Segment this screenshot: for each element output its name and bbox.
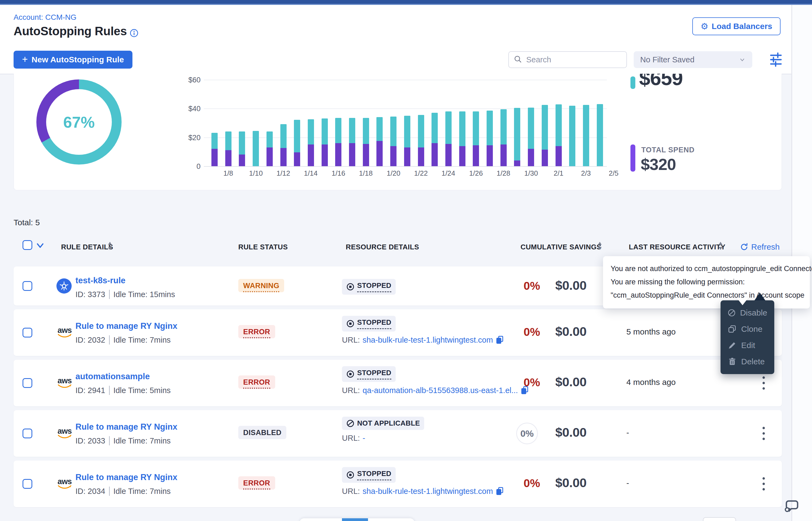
page-size-button[interactable]	[703, 517, 736, 521]
refresh-button[interactable]: Refresh	[740, 242, 780, 252]
load-balancers-button[interactable]: ⚙ Load Balancers	[692, 17, 781, 35]
resource-url-link[interactable]: qa-automation-alb-515563988.us-east-1.el…	[363, 386, 518, 395]
rule-name-link[interactable]: test-k8s-rule	[76, 276, 125, 286]
rule-meta: ID: 2032 Idle Time: 7mins	[76, 335, 171, 344]
pagination-active-page[interactable]	[342, 518, 368, 521]
bar-savings-segment	[431, 113, 438, 143]
bar-spend-segment	[556, 146, 562, 166]
savings-donut-chart: 67%	[36, 80, 122, 164]
bar-spend-segment	[487, 145, 493, 166]
kebab-menu-button[interactable]	[758, 475, 770, 493]
x-tick: 1/20	[381, 169, 406, 178]
savings-percentage: 67%	[63, 113, 95, 131]
menu-item-edit[interactable]: Edit	[721, 337, 774, 354]
rule-idle-time: Idle Time: 7mins	[113, 487, 171, 496]
bar-savings-segment	[363, 118, 369, 144]
new-autostopping-rule-button[interactable]: + New AutoStopping Rule	[14, 51, 132, 69]
rule-status-badge: ERROR	[238, 476, 275, 490]
col-cumulative-savings: CUMULATIVE SAVINGS	[520, 243, 601, 251]
menu-item-disable[interactable]: Disable	[721, 305, 774, 321]
total-savings-value: $659	[639, 74, 683, 90]
rule-name-link[interactable]: automationsample	[76, 372, 150, 381]
chat-help-icon[interactable]	[783, 497, 800, 514]
bar-savings-segment	[487, 111, 493, 145]
url-label: URL:	[342, 336, 360, 344]
search-icon	[514, 55, 522, 64]
kebab-menu-button[interactable]	[758, 375, 770, 392]
resource-url-link[interactable]: sha-bulk-rule-test-1.lightwingtest.com	[363, 336, 493, 344]
stopped-icon	[346, 370, 355, 378]
sort-icon[interactable]	[107, 241, 113, 250]
copy-icon[interactable]	[495, 486, 505, 496]
filter-sliders-icon[interactable]	[770, 52, 783, 67]
url-label: URL:	[342, 434, 360, 443]
bar-spend-segment	[514, 160, 520, 166]
not-applicable-icon	[346, 420, 355, 428]
rule-idle-time: Idle Time: 7mins	[113, 336, 171, 344]
menu-item-delete[interactable]: Delete	[721, 354, 774, 370]
meta-divider	[109, 486, 110, 496]
tooltip-line: You are not authorized to ccm_autostoppi…	[611, 262, 802, 275]
col-rule-status: RULE STATUS	[238, 243, 288, 251]
x-tick: 1/26	[464, 169, 488, 178]
last-activity: 4 months ago	[626, 378, 676, 387]
info-icon[interactable]	[130, 29, 138, 38]
rule-meta: ID: 3373 Idle Time: 15mins	[76, 290, 175, 299]
bar-savings-segment	[459, 111, 466, 146]
bar-spend-segment	[363, 144, 369, 166]
bar-savings-segment	[514, 108, 520, 160]
rule-name-link[interactable]: Rule to manage RY Nginx	[76, 422, 177, 432]
resource-status-badge: STOPPED	[342, 279, 396, 295]
resource-url-link[interactable]: -	[363, 434, 365, 443]
resource-url-line: URL: qa-automation-alb-515563988.us-east…	[342, 386, 530, 395]
x-tick: 1/12	[271, 169, 296, 178]
resource-url-link[interactable]: sha-bulk-rule-test-1.lightwingtest.com	[363, 487, 493, 496]
x-tick: 1/24	[436, 169, 461, 178]
savings-amount: $0.00	[555, 375, 586, 389]
bar-savings-segment	[473, 111, 479, 145]
table-row: aws Rule to manage RY Nginx ID: 2033 Idl…	[14, 410, 782, 457]
kebab-menu-button[interactable]	[758, 425, 770, 442]
bar-spend-segment	[445, 144, 452, 166]
y-tick: $40	[176, 105, 200, 113]
row-checkbox[interactable]	[23, 429, 32, 438]
top-accent-bar	[0, 0, 812, 5]
table-row: aws automationsample ID: 2941 Idle Time:…	[14, 360, 782, 406]
aws-icon: aws	[57, 476, 73, 492]
bar-savings-segment	[308, 119, 314, 144]
spend-legend-swatch	[631, 144, 635, 172]
stopped-icon	[346, 283, 355, 291]
gear-icon: ⚙	[701, 22, 708, 31]
bar-savings-segment	[418, 115, 424, 148]
saved-filter-dropdown[interactable]: No Filter Saved	[634, 51, 752, 68]
col-last-resource-activity: LAST RESOURCE ACTIVITY	[629, 243, 725, 251]
rule-name-link[interactable]: Rule to manage RY Nginx	[76, 321, 177, 331]
toolbar: + New AutoStopping Rule No Filter Saved	[0, 46, 812, 74]
copy-icon[interactable]	[495, 335, 505, 344]
row-checkbox[interactable]	[23, 281, 32, 291]
menu-item-clone[interactable]: Clone	[721, 321, 774, 337]
bar-spend-segment	[225, 150, 232, 166]
select-all-checkbox[interactable]	[23, 240, 32, 250]
search-input[interactable]	[526, 55, 619, 65]
x-tick: 1/8	[216, 169, 240, 178]
row-checkbox[interactable]	[23, 378, 32, 388]
resource-url-line: URL: -	[342, 434, 424, 443]
bar-spend-segment	[211, 149, 218, 166]
bar-spend-segment	[335, 143, 341, 166]
bar-spend-segment	[239, 155, 245, 166]
account-breadcrumb[interactable]: Account: CCM-NG	[14, 13, 77, 22]
sort-icon[interactable]	[597, 241, 602, 250]
kubernetes-icon	[57, 278, 72, 294]
rule-name-link[interactable]: Rule to manage RY Nginx	[76, 473, 177, 482]
bar-savings-segment	[556, 104, 562, 146]
row-checkbox[interactable]	[23, 479, 32, 489]
x-tick: 1/28	[491, 169, 516, 178]
sort-icon[interactable]	[718, 241, 723, 250]
row-checkbox[interactable]	[23, 328, 32, 338]
bar-savings-segment	[239, 132, 245, 155]
chevron-down-icon[interactable]	[36, 242, 44, 249]
x-tick: 1/22	[409, 169, 433, 178]
meta-divider	[109, 335, 110, 344]
total-spend-label: TOTAL SPEND	[641, 146, 695, 154]
